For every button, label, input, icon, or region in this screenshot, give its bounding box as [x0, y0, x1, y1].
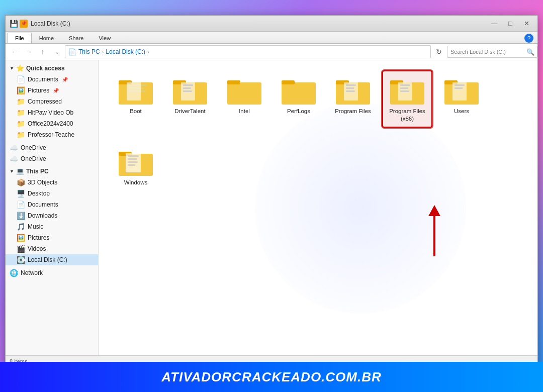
hitpaw-icon: 📁 [17, 109, 25, 117]
tab-file[interactable]: File [8, 33, 32, 43]
sidebar-item-pictures2[interactable]: 🖼️ Pictures [6, 232, 98, 243]
arrow-head [428, 205, 440, 216]
folder-drivertalent-icon [172, 75, 208, 106]
sidebar-item-desktop[interactable]: 🖥️ Desktop [6, 188, 98, 199]
minimize-button[interactable]: — [487, 19, 501, 29]
sidebar-item-music[interactable]: 🎵 Music [6, 221, 98, 232]
folder-windows[interactable]: Windows [111, 142, 161, 191]
ribbon: File Home Share View ? [6, 32, 537, 44]
back-button[interactable]: ← [9, 46, 21, 58]
file-area[interactable]: Boot [99, 60, 537, 355]
breadcrumb-thispc[interactable]: This PC [78, 48, 100, 55]
sidebar-item-compressed[interactable]: 📁 Compressed [6, 96, 98, 107]
thispc-header[interactable]: ▼ 💻 This PC [6, 165, 98, 177]
downloads-icon: ⬇️ [17, 212, 25, 220]
maximize-button[interactable]: □ [503, 19, 517, 29]
sidebar-item-onedrive2[interactable]: ☁️ OneDrive [6, 153, 98, 164]
folder-boot-label: Boot [130, 108, 142, 115]
explorer-window: 💾 📌 Local Disk (C:) — □ ✕ File Home Shar… [5, 15, 538, 367]
sidebar-item-office[interactable]: 📁 Office2024v2400 [6, 118, 98, 129]
up-button[interactable]: ↑ [37, 46, 49, 58]
recent-locations-button[interactable]: ⌄ [51, 46, 63, 58]
sidebar-item-downloads[interactable]: ⬇️ Downloads [6, 210, 98, 221]
svg-rect-25 [400, 84, 410, 86]
svg-rect-39 [128, 164, 135, 166]
thispc-chevron: ▼ [10, 169, 14, 174]
folder-intel-icon [226, 75, 262, 106]
search-input[interactable] [447, 46, 537, 58]
3dobjects-icon: 📦 [17, 178, 25, 186]
desktop-icon: 🖥️ [17, 189, 25, 198]
refresh-button[interactable]: ↻ [433, 46, 445, 58]
onedrive1-icon: ☁️ [10, 144, 18, 152]
sidebar-item-localdisk[interactable]: 💽 Local Disk (C:) [6, 254, 98, 265]
svg-rect-10 [183, 87, 191, 89]
sidebar-item-videos[interactable]: 🎬 Videos [6, 243, 98, 254]
folder-windows-icon [118, 147, 154, 177]
folder-drivertalent[interactable]: DriverTalent [165, 70, 215, 128]
folder-intel[interactable]: Intel [219, 70, 269, 128]
folder-users[interactable]: Users [436, 70, 487, 128]
folder-boot[interactable]: Boot [111, 70, 161, 128]
sidebar-item-onedrive1[interactable]: ☁️ OneDrive [6, 142, 98, 153]
thispc-label: This PC [26, 168, 49, 175]
sidebar-item-3dobjects[interactable]: 📦 3D Objects [6, 177, 98, 188]
music-icon: 🎵 [17, 223, 25, 231]
window-icon: 💾 [10, 20, 18, 28]
documents2-icon: 📄 [17, 201, 25, 209]
breadcrumb-localdisk[interactable]: Local Disk (C:) [106, 48, 145, 55]
svg-rect-9 [183, 84, 193, 86]
quick-access-label: Quick access [26, 65, 65, 72]
title-bar: 💾 📌 Local Disk (C:) — □ ✕ [6, 16, 537, 32]
network-icon: 🌐 [10, 269, 18, 277]
sidebar-item-documents-label: Documents [28, 76, 58, 83]
bottom-banner: ATIVADORCRACKEADO.COM.BR [0, 362, 543, 392]
quick-access-header[interactable]: ▼ ⭐ Quick access [6, 62, 98, 74]
pictures-icon: 🖼️ [17, 86, 25, 94]
tab-view[interactable]: View [91, 33, 118, 43]
folder-perflogs-icon [281, 75, 317, 106]
breadcrumb[interactable]: 📄 This PC › Local Disk (C:) › [65, 45, 431, 58]
forward-button[interactable]: → [23, 46, 35, 58]
sidebar-item-3dobjects-label: 3D Objects [28, 179, 57, 186]
sidebar-item-localdisk-label: Local Disk (C:) [28, 256, 67, 263]
sidebar-item-network[interactable]: 🌐 Network [6, 267, 98, 278]
sidebar-item-documents2[interactable]: 📄 Documents [6, 199, 98, 210]
compressed-icon: 📁 [17, 97, 25, 106]
sidebar-item-hitpaw[interactable]: 📁 HitPaw Video Ob [6, 107, 98, 118]
main-area: ▼ ⭐ Quick access 📄 Documents 📌 🖼️ Pictur… [6, 60, 537, 355]
close-button[interactable]: ✕ [519, 19, 533, 29]
svg-rect-19 [346, 84, 356, 86]
professor-icon: 📁 [17, 131, 25, 139]
localdisk-icon: 💽 [17, 256, 25, 264]
folder-perflogs-label: PerfLogs [287, 108, 310, 115]
svg-rect-14 [282, 82, 316, 105]
sidebar: ▼ ⭐ Quick access 📄 Documents 📌 🖼️ Pictur… [6, 60, 99, 355]
folder-perflogs[interactable]: PerfLogs [274, 70, 324, 128]
sidebar-item-onedrive1-label: OneDrive [21, 144, 46, 151]
pin-icon: 📌 [20, 20, 28, 28]
sidebar-item-hitpaw-label: HitPaw Video Ob [28, 109, 73, 116]
folder-users-icon [443, 75, 480, 106]
office-icon: 📁 [17, 120, 25, 128]
folder-grid: Boot [107, 66, 529, 195]
svg-rect-21 [346, 90, 355, 92]
folder-programfiles-x86[interactable]: Program Files(x86) [382, 70, 432, 128]
svg-rect-5 [127, 82, 141, 101]
folder-programfiles-x86-icon [389, 75, 425, 106]
sidebar-item-professor[interactable]: 📁 Professor Teache [6, 129, 98, 140]
sidebar-item-documents[interactable]: 📄 Documents 📌 [6, 74, 98, 85]
svg-rect-38 [128, 161, 138, 163]
window-title: Local Disk (C:) [31, 20, 487, 27]
svg-rect-13 [227, 80, 240, 84]
svg-rect-27 [400, 90, 409, 92]
search-submit-button[interactable]: 🔍 [526, 48, 534, 56]
help-button[interactable]: ? [524, 34, 533, 43]
sidebar-item-pictures[interactable]: 🖼️ Pictures 📌 [6, 85, 98, 96]
sidebar-item-pictures2-label: Pictures [28, 234, 49, 241]
tab-home[interactable]: Home [32, 33, 61, 43]
folder-programfiles[interactable]: Program Files [328, 70, 378, 128]
svg-rect-31 [455, 84, 465, 86]
tab-share[interactable]: Share [61, 33, 91, 43]
svg-rect-26 [400, 87, 408, 89]
